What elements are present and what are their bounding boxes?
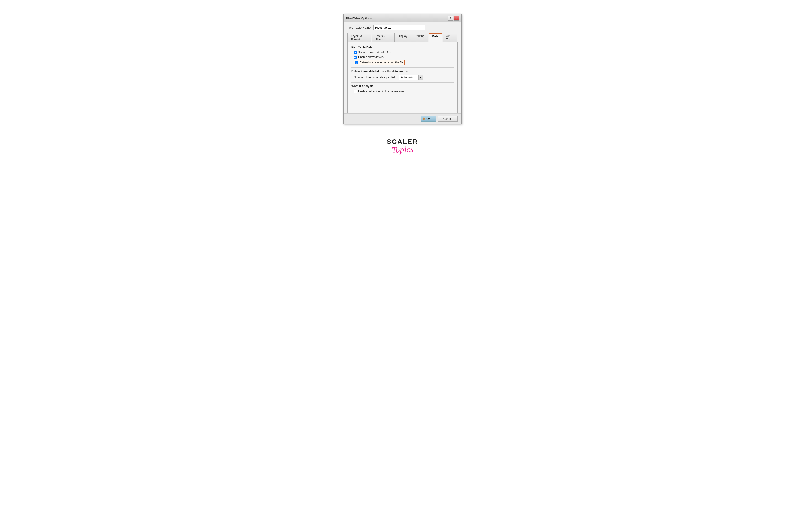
- dialog-title: PivotTable Options: [346, 17, 371, 20]
- name-label: PivotTable Name:: [347, 26, 371, 29]
- dialog-footer: OK Cancel: [344, 113, 461, 124]
- pivottable-options-dialog: PivotTable Options ? ✕ PivotTable Name: …: [343, 14, 462, 124]
- pivottable-data-header: PivotTable Data: [351, 46, 454, 49]
- logo-scaler: SCALER: [387, 138, 418, 145]
- arrow-shaft: [399, 118, 423, 119]
- tab-layout[interactable]: Layout & Format: [347, 33, 371, 42]
- refresh-data-highlight: Refresh data when opening the file: [354, 60, 405, 65]
- tab-display[interactable]: Display: [395, 33, 411, 42]
- save-source-label: Save source data with file: [358, 51, 391, 54]
- tab-alttext[interactable]: Alt Text: [443, 33, 457, 42]
- whatif-row: Enable cell editing in the values area: [351, 90, 454, 93]
- name-row: PivotTable Name:: [347, 25, 458, 30]
- help-button[interactable]: ?: [448, 16, 453, 21]
- retain-row: Number of items to retain per field: Aut…: [351, 75, 454, 80]
- arrow-indicator: [399, 117, 425, 120]
- dialog-body: PivotTable Name: Layout & Format Totals …: [344, 22, 461, 113]
- tabs-row: Layout & Format Totals & Filters Display…: [347, 33, 458, 42]
- pivottable-name-input[interactable]: [373, 25, 425, 30]
- whatif-section: What-If Analysis Enable cell editing in …: [351, 84, 454, 93]
- titlebar-buttons: ? ✕: [448, 16, 459, 21]
- tab-totals[interactable]: Totals & Filters: [372, 33, 394, 42]
- tab-data[interactable]: Data: [428, 33, 442, 42]
- whatif-label: Enable cell editing in the values area: [358, 90, 404, 93]
- cancel-button[interactable]: Cancel: [438, 116, 458, 122]
- refresh-data-row: Refresh data when opening the file: [351, 60, 454, 65]
- tab-printing[interactable]: Printing: [411, 33, 428, 42]
- retain-dropdown-value: Automatic: [399, 75, 418, 79]
- retain-dropdown-arrow[interactable]: ▼: [418, 75, 423, 80]
- save-source-checkbox[interactable]: [354, 51, 357, 54]
- close-button[interactable]: ✕: [454, 16, 459, 21]
- whatif-header: What-If Analysis: [351, 84, 454, 88]
- content-area: PivotTable Data Save source data with fi…: [347, 42, 458, 113]
- logo-topics: Topics: [391, 145, 414, 155]
- retain-header: Retain items deleted from the data sourc…: [351, 70, 454, 73]
- retain-dropdown[interactable]: Automatic ▼: [399, 75, 423, 80]
- whatif-checkbox[interactable]: [354, 90, 357, 93]
- arrow-head: [423, 117, 425, 120]
- enable-show-label: Enable show details: [358, 55, 384, 59]
- retain-label: Number of items to retain per field:: [354, 76, 397, 79]
- dialog-titlebar: PivotTable Options ? ✕: [344, 15, 461, 22]
- refresh-data-label: Refresh data when opening the file: [360, 61, 403, 64]
- refresh-data-checkbox[interactable]: [355, 61, 358, 64]
- save-source-row: Save source data with file: [351, 51, 454, 54]
- enable-show-row: Enable show details: [351, 55, 454, 59]
- logo-section: SCALER Topics: [387, 138, 418, 154]
- enable-show-checkbox[interactable]: [354, 56, 357, 59]
